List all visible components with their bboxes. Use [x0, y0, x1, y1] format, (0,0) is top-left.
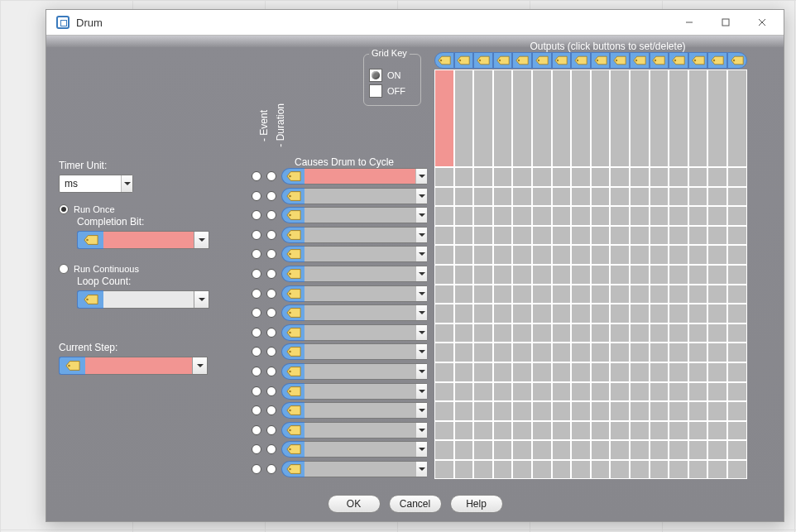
- output-header-13[interactable]: [669, 52, 688, 69]
- grid-cell[interactable]: [727, 362, 747, 382]
- step-cause-combo[interactable]: [281, 266, 427, 282]
- grid-cell[interactable]: [493, 304, 513, 324]
- titlebar[interactable]: Drum: [46, 10, 784, 35]
- grid-cell[interactable]: [688, 440, 708, 460]
- grid-cell[interactable]: [552, 440, 572, 460]
- grid-cell[interactable]: [473, 460, 493, 480]
- grid-cell[interactable]: [707, 460, 727, 480]
- duration-radio[interactable]: [266, 347, 276, 357]
- grid-cell[interactable]: [650, 265, 669, 285]
- grid-cell[interactable]: [473, 226, 493, 246]
- grid-header-cell[interactable]: [591, 69, 611, 167]
- grid-cell[interactable]: [610, 285, 630, 304]
- grid-cell[interactable]: [669, 324, 688, 343]
- grid-cell[interactable]: [434, 265, 454, 285]
- grid-cell[interactable]: [512, 187, 532, 207]
- grid-cell[interactable]: [552, 265, 572, 285]
- grid-cell[interactable]: [473, 285, 493, 304]
- grid-cell[interactable]: [630, 460, 650, 480]
- duration-radio[interactable]: [266, 464, 276, 474]
- grid-cell[interactable]: [630, 304, 650, 324]
- event-radio[interactable]: [252, 444, 261, 454]
- grid-cell[interactable]: [591, 265, 611, 285]
- grid-cell[interactable]: [512, 401, 532, 421]
- grid-cell[interactable]: [434, 460, 454, 480]
- grid-header-cell[interactable]: [473, 69, 493, 167]
- step-cause-combo[interactable]: [281, 363, 427, 380]
- grid-header-cell[interactable]: [434, 69, 454, 167]
- grid-cell[interactable]: [630, 421, 650, 441]
- grid-cell[interactable]: [532, 265, 552, 285]
- event-radio[interactable]: [252, 191, 261, 201]
- grid-cell[interactable]: [591, 460, 611, 480]
- grid-cell[interactable]: [493, 265, 513, 285]
- step-cause-combo[interactable]: [281, 227, 427, 243]
- grid-cell[interactable]: [650, 343, 669, 362]
- grid-cell[interactable]: [591, 206, 611, 226]
- grid-cell[interactable]: [630, 440, 650, 460]
- grid-cell[interactable]: [669, 245, 688, 265]
- grid-cell[interactable]: [610, 206, 630, 226]
- grid-cell[interactable]: [454, 304, 474, 324]
- grid-cell[interactable]: [434, 167, 454, 187]
- grid-cell[interactable]: [650, 324, 669, 343]
- grid-cell[interactable]: [552, 187, 572, 207]
- grid-cell[interactable]: [669, 440, 688, 460]
- grid-cell[interactable]: [473, 304, 493, 324]
- grid-cell[interactable]: [532, 285, 552, 304]
- grid-cell[interactable]: [707, 265, 727, 285]
- grid-cell[interactable]: [630, 343, 650, 362]
- grid-cell[interactable]: [454, 460, 474, 480]
- grid-cell[interactable]: [610, 324, 630, 343]
- grid-cell[interactable]: [493, 226, 513, 246]
- minimize-button[interactable]: [671, 11, 707, 34]
- duration-radio[interactable]: [266, 289, 276, 299]
- output-header-15[interactable]: [707, 52, 727, 69]
- duration-radio[interactable]: [266, 405, 276, 415]
- grid-cell[interactable]: [512, 362, 532, 382]
- grid-cell[interactable]: [512, 343, 532, 362]
- grid-cell[interactable]: [571, 285, 591, 304]
- grid-cell[interactable]: [493, 401, 513, 421]
- grid-cell[interactable]: [434, 285, 454, 304]
- grid-cell[interactable]: [591, 440, 611, 460]
- grid-cell[interactable]: [571, 421, 591, 441]
- grid-cell[interactable]: [532, 226, 552, 246]
- grid-cell[interactable]: [532, 362, 552, 382]
- duration-radio[interactable]: [266, 308, 276, 318]
- grid-cell[interactable]: [707, 324, 727, 343]
- grid-cell[interactable]: [610, 421, 630, 441]
- grid-header-cell[interactable]: [512, 69, 532, 167]
- grid-cell[interactable]: [669, 265, 688, 285]
- grid-cell[interactable]: [688, 245, 708, 265]
- grid-cell[interactable]: [493, 324, 513, 343]
- grid-header-cell[interactable]: [688, 69, 708, 167]
- grid-cell[interactable]: [473, 187, 493, 207]
- grid-cell[interactable]: [630, 382, 650, 402]
- grid-cell[interactable]: [493, 382, 513, 402]
- step-cause-combo[interactable]: [281, 304, 427, 321]
- grid-cell[interactable]: [512, 226, 532, 246]
- grid-cell[interactable]: [669, 382, 688, 402]
- grid-cell[interactable]: [610, 382, 630, 402]
- grid-cell[interactable]: [454, 362, 474, 382]
- grid-cell[interactable]: [688, 226, 708, 246]
- grid-cell[interactable]: [454, 285, 474, 304]
- grid-cell[interactable]: [610, 265, 630, 285]
- grid-header-cell[interactable]: [571, 69, 591, 167]
- grid-cell[interactable]: [727, 304, 747, 324]
- step-cause-combo[interactable]: [281, 207, 427, 223]
- grid-cell[interactable]: [727, 382, 747, 402]
- grid-cell[interactable]: [688, 343, 708, 362]
- duration-radio[interactable]: [266, 191, 276, 201]
- grid-cell[interactable]: [552, 245, 572, 265]
- output-header-11[interactable]: [630, 52, 650, 69]
- grid-cell[interactable]: [454, 245, 474, 265]
- grid-cell[interactable]: [688, 324, 708, 343]
- grid-cell[interactable]: [650, 440, 669, 460]
- grid-cell[interactable]: [512, 285, 532, 304]
- grid-header-cell[interactable]: [650, 69, 669, 167]
- grid-cell[interactable]: [434, 245, 454, 265]
- grid-cell[interactable]: [707, 382, 727, 402]
- output-header-16[interactable]: [727, 52, 747, 69]
